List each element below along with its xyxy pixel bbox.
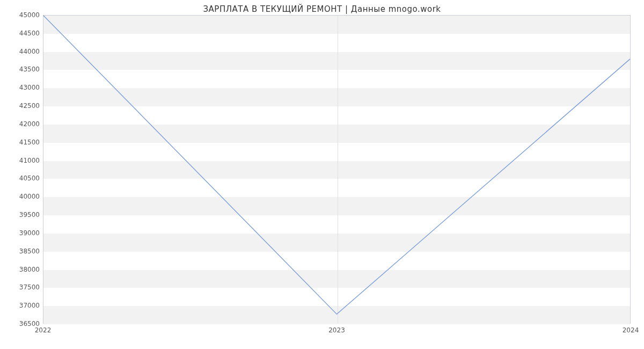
- y-tick-label: 38500: [13, 248, 40, 255]
- y-tick-label: 42500: [13, 102, 40, 110]
- y-tick-label: 44500: [13, 30, 40, 37]
- y-tick-label: 43500: [13, 66, 40, 73]
- y-tick-label: 41000: [13, 157, 40, 164]
- y-tick-label: 39500: [13, 211, 40, 219]
- y-tick-label: 38000: [13, 266, 40, 273]
- chart-title: ЗАРПЛАТА В ТЕКУЩИЙ РЕМОНТ | Данные mnogo…: [0, 4, 644, 14]
- chart-container: ЗАРПЛАТА В ТЕКУЩИЙ РЕМОНТ | Данные mnogo…: [0, 0, 644, 349]
- y-tick-label: 40500: [13, 174, 40, 182]
- y-tick-label: 37500: [13, 283, 40, 291]
- y-tick-label: 44000: [13, 48, 40, 55]
- x-tick-label: 2024: [623, 326, 639, 334]
- y-tick-label: 39000: [13, 229, 40, 237]
- x-tick-label: 2023: [328, 326, 345, 334]
- plot-area: [43, 15, 631, 324]
- x-tick-label: 2022: [35, 326, 52, 334]
- y-tick-label: 45000: [13, 11, 40, 19]
- y-tick-label: 43000: [13, 84, 40, 91]
- y-tick-label: 42000: [13, 120, 40, 128]
- y-tick-label: 37000: [13, 302, 40, 309]
- series-path: [43, 16, 630, 314]
- y-tick-label: 41500: [13, 139, 40, 146]
- y-tick-label: 40000: [13, 193, 40, 200]
- line-series: [43, 16, 630, 323]
